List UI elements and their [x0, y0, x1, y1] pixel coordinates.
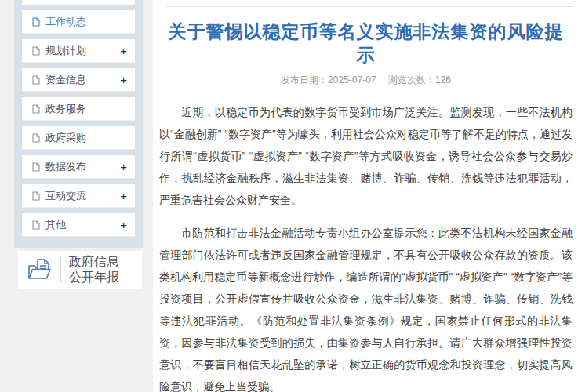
- document-icon: [31, 191, 41, 201]
- expand-plus-icon[interactable]: +: [120, 73, 127, 86]
- sidebar-item-label: 工作动态: [45, 15, 127, 29]
- sidebar-item-6[interactable]: 互动交流+: [22, 184, 135, 208]
- sidebar-item-4[interactable]: 政府采购: [22, 126, 135, 150]
- sidebar-item-1[interactable]: 规划计划+: [22, 39, 135, 63]
- sidebar-item-3[interactable]: 政务服务: [22, 97, 135, 121]
- document-icon: [31, 46, 41, 56]
- divider: [60, 256, 61, 283]
- sidebar-item-label: 其他: [45, 218, 120, 232]
- sidebar-item-0[interactable]: 工作动态: [22, 10, 135, 34]
- sidebar-item-label: 互动交流: [45, 189, 120, 203]
- article-body: 近期，以稳定币为代表的数字货币受到市场广泛关注。监测发现，一些不法机构以“金融创…: [159, 101, 573, 392]
- left-sidebar: 工作动态规划计划+资金信息+政务服务政府采购数据发布+互动交流+其他+ 政府信息…: [0, 0, 153, 392]
- sidebar-menu-panel: 工作动态规划计划+资金信息+政务服务政府采购数据发布+互动交流+其他+: [14, 0, 143, 248]
- folder-document-icon: [26, 257, 54, 282]
- sidebar-item-2[interactable]: 资金信息+: [22, 68, 135, 92]
- publish-date: 发布日期：2025-07-07: [281, 74, 376, 85]
- annual-report-card[interactable]: 政府信息 公开年报: [18, 251, 142, 289]
- sidebar-nav: 工作动态规划计划+资金信息+政务服务政府采购数据发布+互动交流+其他+: [22, 10, 135, 237]
- sidebar-item-label: 资金信息: [45, 73, 120, 87]
- expand-plus-icon[interactable]: +: [120, 44, 127, 57]
- document-icon: [31, 220, 41, 230]
- sidebar-item-label: 政务服务: [45, 102, 127, 116]
- page: 工作动态规划计划+资金信息+政务服务政府采购数据发布+互动交流+其他+ 政府信息…: [0, 0, 578, 392]
- sidebar-item-5[interactable]: 数据发布+: [22, 155, 135, 179]
- expand-plus-icon[interactable]: +: [120, 218, 127, 231]
- article-title: 关于警惕以稳定币等名义实施非法集资的风险提示: [164, 20, 568, 67]
- sidebar-item-label: 政府采购: [45, 131, 127, 145]
- top-divider: [167, 6, 573, 7]
- article-main: 关于警惕以稳定币等名义实施非法集资的风险提示 发布日期：2025-07-07 浏…: [153, 0, 578, 392]
- expand-plus-icon[interactable]: +: [120, 189, 127, 202]
- view-count: 浏览次数：126: [388, 74, 451, 85]
- annual-report-label: 政府信息 公开年报: [69, 254, 119, 285]
- article-meta: 发布日期：2025-07-07 浏览次数：126: [159, 74, 573, 87]
- document-icon: [31, 104, 41, 114]
- sidebar-item-clipped[interactable]: [22, 0, 135, 5]
- sidebar-item-7[interactable]: 其他+: [22, 213, 135, 237]
- document-icon: [31, 133, 41, 143]
- document-icon: [31, 75, 41, 85]
- article-paragraph: 市防范和打击非法金融活动专责小组办公室提示您：此类不法机构未经国家金融管理部门依…: [159, 222, 573, 392]
- document-icon: [31, 162, 41, 172]
- sidebar-item-label: 数据发布: [45, 160, 120, 174]
- article-paragraph: 近期，以稳定币为代表的数字货币受到市场广泛关注。监测发现，一些不法机构以“金融创…: [159, 101, 573, 211]
- sidebar-item-label: 规划计划: [45, 44, 120, 58]
- expand-plus-icon[interactable]: +: [120, 160, 127, 173]
- document-icon: [31, 17, 41, 27]
